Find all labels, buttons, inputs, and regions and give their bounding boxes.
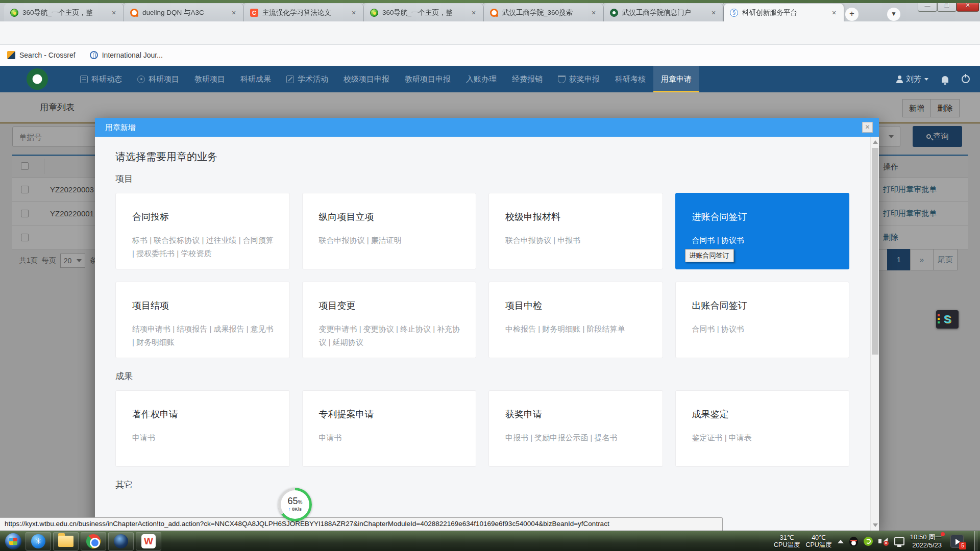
nav-item-1[interactable]: 科研动态 [72, 66, 130, 92]
business-card[interactable]: 项目结项结项申请书 | 结项报告 | 成果报告 | 意见书 | 财务明细账 [115, 282, 290, 358]
browser-tab-3[interactable]: 主流强化学习算法论文✕ [244, 4, 364, 21]
scroll-down-icon[interactable] [873, 523, 878, 527]
browser-tab-2[interactable]: dueling DQN 与A3C✕ [124, 4, 244, 21]
scrollbar-thumb[interactable] [872, 148, 878, 355]
browser-tab-6[interactable]: 武汉工商学院信息门户✕ [604, 4, 724, 21]
tab-close-icon[interactable]: ✕ [589, 8, 598, 17]
user-name: 刘芳 [906, 74, 921, 84]
card-title: 成果鉴定 [692, 408, 835, 420]
chevron-down-icon [924, 78, 928, 81]
nav-item-10[interactable]: 获奖申报 [550, 66, 607, 92]
browser-tab-1[interactable]: 360导航_一个主页，整✕ [4, 4, 124, 21]
nav-item-4[interactable]: 科研成果 [233, 66, 279, 92]
tab-close-icon[interactable]: ✕ [109, 8, 118, 17]
card-title: 项目中检 [505, 299, 648, 312]
tab-close-icon[interactable]: ✕ [349, 8, 358, 17]
network-monitor-icon[interactable] [894, 537, 904, 545]
tab-title: dueling DQN 与A3C [142, 8, 225, 17]
tab-list-dropdown-button[interactable]: ▼ [887, 8, 900, 21]
cpu1-temp-value: 31℃ [774, 534, 800, 541]
new-tab-button[interactable]: + [845, 8, 859, 21]
taskbar-chrome[interactable] [81, 532, 106, 550]
business-card[interactable]: 专利提案申请申请书 [302, 390, 477, 467]
tab-close-icon[interactable]: ✕ [829, 8, 839, 17]
business-card[interactable]: 获奖申请申报书 | 奖励申报公示函 | 提名书 [488, 390, 663, 467]
card-docs: 中检报告 | 财务明细账 | 阶段结算单 [505, 322, 648, 336]
taskbar-360-safe[interactable] [26, 532, 51, 550]
browser-tab-7[interactable]: 科研创新服务平台✕ [724, 4, 844, 21]
card-docs: 标书 | 联合投标协议 | 过往业绩 | 合同预算 | 授权委托书 | 学校资质 [132, 234, 275, 260]
notifications-bell-icon[interactable] [942, 76, 948, 83]
s-logo-icon: S [944, 313, 951, 325]
business-card[interactable]: 项目变更变更申请书 | 变更协议 | 终止协议 | 补充协议 | 延期协议 [302, 282, 477, 358]
cpu1-temp-label: CPU温度 [774, 541, 800, 548]
progress-speed: 0K/s [292, 507, 302, 512]
modal-close-icon[interactable]: ✕ [862, 122, 873, 133]
tab-bar: 360导航_一个主页，整✕dueling DQN 与A3C✕主流强化学习算法论文… [0, 0, 980, 21]
logout-power-icon[interactable] [962, 75, 970, 83]
modal-scrollbar[interactable] [870, 137, 879, 531]
volume-muted-icon[interactable]: ✕ [878, 537, 889, 546]
taskbar-clock[interactable]: 10:50 周一 2022/5/23 [910, 533, 945, 549]
business-card[interactable]: 纵向项目立项联合申报协议 | 廉洁证明 [302, 193, 477, 269]
nav-item-2[interactable]: 科研项目 [130, 66, 187, 92]
browser-tab-5[interactable]: 武汉工商学院_360搜索✕ [484, 4, 604, 21]
card-title: 合同投标 [132, 211, 275, 223]
nav-item-12[interactable]: 用章申请 [653, 66, 699, 92]
nav-item-11[interactable]: 科研考核 [607, 66, 653, 92]
tab-close-icon[interactable]: ✕ [469, 8, 478, 17]
nav-item-3[interactable]: 教研项目 [187, 66, 233, 92]
bookmark-item[interactable]: International Jour... [90, 51, 163, 59]
nav-item-9[interactable]: 经费报销 [504, 66, 550, 92]
card-docs: 变更申请书 | 变更协议 | 终止协议 | 补充协议 | 延期协议 [319, 322, 462, 348]
card-docs: 联合申报协议 | 申报书 [505, 234, 648, 247]
card-docs: 结项申请书 | 结项报告 | 成果报告 | 意见书 | 财务明细账 [132, 322, 275, 348]
scroll-up-icon[interactable] [873, 140, 878, 144]
taskbar-file-explorer[interactable] [53, 532, 79, 550]
business-card[interactable]: 成果鉴定鉴定证书 | 申请表 [675, 390, 850, 467]
site-logo[interactable] [27, 68, 48, 90]
business-card[interactable]: 进账合同签订合同书 | 协议书进账合同签订 [675, 193, 850, 269]
show-desktop-button[interactable] [974, 531, 978, 551]
card-title: 纵向项目立项 [319, 211, 462, 223]
business-card[interactable]: 著作权申请申请书 [115, 390, 290, 467]
card-title: 校级申报材料 [505, 211, 648, 223]
tab-close-icon[interactable]: ✕ [709, 8, 718, 17]
card-title: 获奖申请 [505, 408, 648, 420]
taskbar-wps[interactable]: W [136, 532, 161, 550]
card-title: 进账合同签订 [692, 211, 835, 223]
card-title: 出账合同签订 [692, 299, 835, 312]
nav-item-8[interactable]: 入账办理 [458, 66, 504, 92]
nav-item-6[interactable]: 校级项目申报 [336, 66, 397, 92]
so360-favicon [130, 9, 138, 17]
nav-item-5[interactable]: 学术活动 [279, 66, 336, 92]
start-button[interactable] [3, 531, 23, 551]
qq-tray-icon[interactable] [849, 537, 858, 546]
bookmarks-bar: Search - CrossrefInternational Jour... [0, 45, 980, 65]
tab-title: 360导航_一个主页，整 [22, 8, 105, 17]
screenshot-tool-widget[interactable]: S [936, 310, 959, 329]
nav-item-7[interactable]: 教研项目申报 [397, 66, 458, 92]
user-menu[interactable]: 刘芳 [896, 74, 928, 84]
notification-badge: 5 [959, 542, 966, 549]
system-tray: 31℃ CPU温度 40℃ CPU温度 ✕ 10:50 周一 2022/5/23… [774, 531, 980, 551]
business-card[interactable]: 出账合同签订合同书 | 协议书 [675, 282, 850, 358]
cpu2-temp-value: 40℃ [805, 534, 831, 541]
hidden-icons-chevron[interactable] [838, 540, 844, 543]
screen: 360导航_一个主页，整✕dueling DQN 与A3C✕主流强化学习算法论文… [0, 0, 980, 551]
media-tray-icon[interactable]: 5 [950, 535, 964, 548]
360-tray-icon[interactable] [864, 537, 873, 546]
nav-menu: 科研动态科研项目教研项目科研成果学术活动校级项目申报教研项目申报入账办理经费报销… [72, 66, 699, 92]
taskbar-media-app[interactable] [108, 532, 134, 550]
bookmark-item[interactable]: Search - Crossref [7, 51, 76, 59]
compass-icon [137, 76, 145, 83]
tab-close-icon[interactable]: ✕ [229, 8, 238, 17]
tab-title: 360导航_一个主页，整 [382, 8, 465, 17]
business-card[interactable]: 项目中检中检报告 | 财务明细账 | 阶段结算单 [488, 282, 663, 358]
card-docs: 合同书 | 协议书 [692, 322, 835, 336]
download-progress-ball[interactable]: 65% ↑ 0K/s [278, 488, 312, 521]
player-icon [114, 534, 128, 548]
browser-tab-4[interactable]: 360导航_一个主页，整✕ [364, 4, 484, 21]
business-card[interactable]: 校级申报材料联合申报协议 | 申报书 [488, 193, 663, 269]
business-card[interactable]: 合同投标标书 | 联合投标协议 | 过往业绩 | 合同预算 | 授权委托书 | … [115, 193, 290, 269]
